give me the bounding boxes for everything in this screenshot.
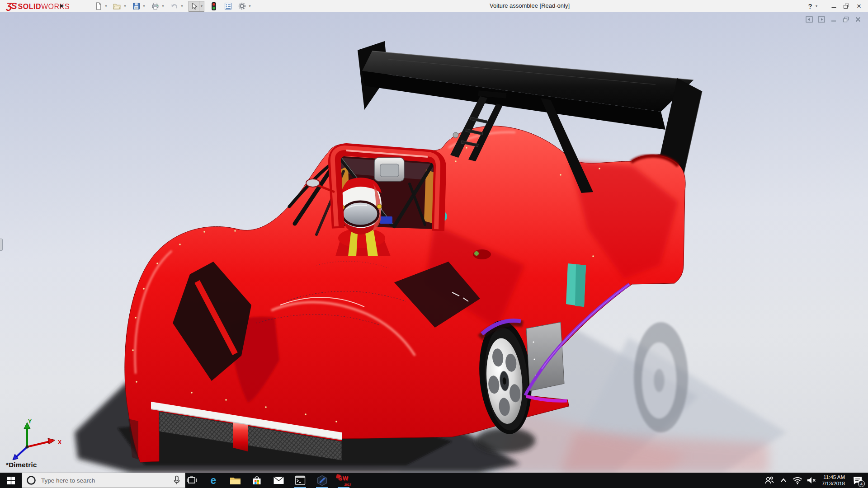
taskbar-solidworks[interactable]: SW 2017 <box>333 473 354 488</box>
doc-minimize-icon <box>830 16 837 23</box>
new-document-icon <box>94 2 102 10</box>
window-controls: ? ▾ × <box>807 0 864 12</box>
clock-time: 11:45 AM <box>822 474 845 480</box>
doc-restore-icon <box>843 16 849 23</box>
triad-y-label: Y <box>28 419 32 425</box>
next-pane-button[interactable] <box>817 16 826 23</box>
doc-restore-button[interactable] <box>842 16 850 23</box>
view-orientation-label: *Dimetric <box>6 461 37 469</box>
open-folder-icon <box>113 2 121 10</box>
command-prompt-icon <box>295 475 306 485</box>
rebuild-button[interactable] <box>208 1 219 11</box>
wifi-icon[interactable] <box>792 475 803 486</box>
taskbar-hexagon-app[interactable] <box>311 473 333 488</box>
restore-icon <box>844 4 849 9</box>
start-button[interactable] <box>0 473 22 488</box>
volume-muted-icon[interactable] <box>806 475 817 486</box>
people-icon[interactable] <box>764 475 775 486</box>
next-pane-icon <box>818 16 826 23</box>
panel-splitter-tab[interactable] <box>0 239 3 251</box>
print-icon <box>151 2 159 10</box>
store-icon <box>251 475 262 486</box>
rocker-panel <box>526 322 564 391</box>
file-explorer-icon <box>230 475 241 485</box>
taskbar-mail[interactable] <box>268 473 289 488</box>
hidden-icons-chevron[interactable] <box>778 475 789 486</box>
graphics-area[interactable]: Y X *Dimetric <box>0 12 868 473</box>
document-window-controls <box>805 16 862 23</box>
title-bar: ƷS SOLID WORKS ▶ ▾ ▾ ▾ ▾ ▾ <box>0 0 868 12</box>
open-button[interactable] <box>112 1 123 11</box>
grille-center-pillar <box>233 422 248 451</box>
undo-dropdown[interactable]: ▾ <box>179 4 184 8</box>
select-cursor-icon <box>189 1 199 11</box>
file-properties-icon <box>224 2 232 10</box>
help-dropdown[interactable]: ▾ <box>816 4 821 8</box>
quick-access-toolbar: ▾ ▾ ▾ ▾ ▾ ▾ <box>93 0 252 12</box>
menu-flyout-arrow[interactable]: ▶ <box>59 2 65 9</box>
search-input[interactable] <box>40 477 173 484</box>
system-tray: 11:45 AM 7/13/2018 4 <box>764 473 868 488</box>
doc-close-button[interactable] <box>854 16 862 23</box>
edge-icon: e <box>211 475 217 486</box>
side-mirror <box>306 179 320 187</box>
taskbar-search[interactable] <box>22 473 185 488</box>
select-tool-dropdown[interactable]: ▾ <box>199 1 204 11</box>
cortana-icon <box>26 475 36 485</box>
brand-name-bold: SOLID <box>18 3 41 11</box>
windows-logo-icon <box>7 477 15 484</box>
window-title: Voiture assomblee [Read-only] <box>490 2 570 9</box>
screen: ƷS SOLID WORKS ▶ ▾ ▾ ▾ ▾ ▾ <box>0 0 868 488</box>
gear-icon <box>238 2 246 10</box>
task-view-button[interactable] <box>181 473 203 488</box>
new-document-button[interactable] <box>93 1 104 11</box>
select-tool-button[interactable]: ▾ <box>189 1 204 12</box>
doc-close-icon <box>855 16 861 23</box>
notification-badge: 4 <box>858 480 865 487</box>
microphone-icon[interactable] <box>173 475 181 485</box>
solidworks-logo-mark: ƷS <box>6 1 16 11</box>
taskbar-clock[interactable]: 11:45 AM 7/13/2018 <box>820 474 847 487</box>
previous-pane-icon <box>806 16 813 23</box>
taskbar-apps: e SW 2017 <box>181 473 354 488</box>
minimize-icon <box>831 4 836 9</box>
traffic-light-icon <box>211 2 217 10</box>
triad-x-label: X <box>58 439 61 446</box>
print-button[interactable] <box>150 1 160 11</box>
mail-icon <box>273 476 284 485</box>
clock-date: 7/13/2018 <box>822 480 845 487</box>
options-dropdown[interactable]: ▾ <box>247 4 252 8</box>
open-dropdown[interactable]: ▾ <box>123 4 127 8</box>
task-view-icon <box>186 475 197 486</box>
reflected-wheel <box>634 322 688 432</box>
undo-button[interactable] <box>169 1 179 11</box>
brand-name-light: WORKS <box>41 3 70 11</box>
taskbar-command-prompt[interactable] <box>289 473 311 488</box>
new-document-dropdown[interactable]: ▾ <box>104 4 108 8</box>
orientation-triad: Y X <box>8 419 67 464</box>
taskbar-store[interactable] <box>246 473 268 488</box>
file-properties-button[interactable] <box>222 1 233 11</box>
undo-arrow-icon <box>170 2 178 10</box>
save-button[interactable] <box>131 1 142 11</box>
print-dropdown[interactable]: ▾ <box>160 4 165 8</box>
hexagon-app-icon <box>316 475 328 486</box>
action-center-button[interactable]: 4 <box>850 473 865 488</box>
close-button[interactable]: × <box>854 1 864 12</box>
doc-minimize-button[interactable] <box>830 16 838 23</box>
solidworks-app-icon: SW 2017 <box>337 474 350 486</box>
restore-button[interactable] <box>841 1 852 12</box>
save-floppy-icon <box>132 2 140 10</box>
taskbar-edge[interactable]: e <box>203 473 224 488</box>
save-dropdown[interactable]: ▾ <box>142 4 146 8</box>
minimize-button[interactable] <box>828 1 839 12</box>
car-3d-model[interactable] <box>0 12 868 473</box>
previous-pane-button[interactable] <box>805 16 813 23</box>
taskbar-file-explorer[interactable] <box>224 473 246 488</box>
taskbar: e SW 2017 <box>0 473 868 488</box>
help-button[interactable]: ? <box>807 1 814 12</box>
options-button[interactable] <box>236 1 247 11</box>
